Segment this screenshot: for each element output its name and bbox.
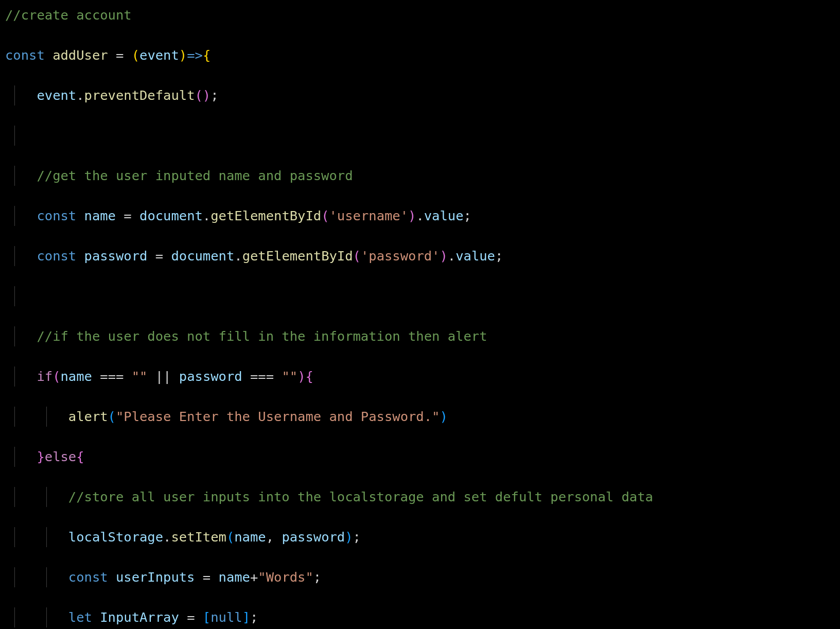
code-token: ): [345, 529, 353, 545]
code-token: .: [234, 248, 242, 264]
code-token: (: [108, 409, 116, 424]
code-token: if: [37, 369, 52, 384]
code-token: ): [440, 248, 447, 264]
code-token: name: [84, 208, 116, 223]
code-line[interactable]: const name = document.getElementById('us…: [5, 206, 840, 226]
code-token: (: [52, 369, 60, 384]
code-token: ||: [147, 369, 179, 384]
code-line[interactable]: if(name === "" || password === ""){: [5, 366, 840, 387]
code-token: ===: [92, 369, 132, 384]
code-token: const: [37, 208, 76, 223]
code-token: (: [353, 248, 361, 264]
code-token: ;: [211, 88, 218, 103]
code-token: =: [116, 208, 139, 223]
indent-guide: [46, 607, 47, 627]
code-token: const: [68, 569, 108, 585]
code-token: {: [76, 449, 84, 464]
code-token: password: [179, 369, 242, 384]
code-token: =>: [187, 47, 203, 63]
code-line[interactable]: //store all user inputs into the localst…: [5, 487, 840, 507]
code-token: =: [195, 569, 218, 585]
code-token: (: [132, 47, 139, 63]
code-token: //store all user inputs into the localst…: [68, 489, 653, 504]
indent-guide: [14, 366, 15, 387]
code-token: "": [132, 369, 148, 384]
code-token: ): [203, 88, 211, 103]
code-line[interactable]: [5, 286, 840, 306]
indent-guide: [46, 487, 47, 507]
code-token: let: [68, 609, 92, 625]
code-token: =: [116, 47, 124, 63]
code-token: .: [448, 248, 456, 264]
code-token: InputArray: [100, 609, 179, 625]
indent-guide: [14, 567, 15, 587]
code-token: =: [147, 248, 171, 264]
code-token: const: [37, 248, 76, 264]
indent-guide: [14, 447, 15, 467]
code-line[interactable]: const addUser = (event)=>{: [5, 45, 840, 65]
code-token: getElementById: [211, 208, 321, 223]
code-token: //create account: [5, 7, 132, 23]
code-token: document: [171, 248, 234, 264]
code-token: preventDefault: [84, 88, 195, 103]
code-token: else: [45, 449, 76, 464]
code-token: ]: [242, 609, 250, 625]
code-token: (: [195, 88, 202, 103]
code-token: const: [5, 47, 45, 63]
code-line[interactable]: event.preventDefault();: [5, 85, 840, 106]
code-token: ;: [313, 569, 321, 585]
code-token: //get the user inputed name and password: [37, 168, 353, 183]
code-line[interactable]: //get the user inputed name and password: [5, 166, 840, 186]
code-line[interactable]: [5, 126, 840, 146]
code-token: =: [179, 609, 203, 625]
code-line[interactable]: const password = document.getElementById…: [5, 246, 840, 266]
code-token: addUser: [52, 47, 108, 63]
code-line[interactable]: alert("Please Enter the Username and Pas…: [5, 407, 840, 427]
code-token: name: [61, 369, 92, 384]
code-token: value: [456, 248, 495, 264]
indent-guide: [14, 206, 15, 226]
code-token: [108, 569, 116, 585]
code-token: "": [282, 369, 297, 384]
indent-guide: [46, 527, 47, 547]
indent-guide: [14, 407, 15, 427]
code-editor[interactable]: //create account const addUser = (event)…: [0, 0, 840, 629]
code-token: [76, 208, 84, 223]
code-token: //if the user does not fill in the infor…: [37, 328, 487, 344]
code-token: ;: [495, 248, 503, 264]
code-line[interactable]: let InputArray = [null];: [5, 607, 840, 627]
code-token: "Words": [258, 569, 313, 585]
indent-guide: [14, 487, 15, 507]
indent-guide: [14, 126, 15, 146]
code-token: name: [219, 569, 250, 585]
code-line[interactable]: localStorage.setItem(name, password);: [5, 527, 840, 547]
code-line[interactable]: //if the user does not fill in the infor…: [5, 326, 840, 346]
code-token: ;: [464, 208, 471, 223]
code-token: ;: [250, 609, 258, 625]
code-token: ;: [353, 529, 361, 545]
code-token: [124, 47, 131, 63]
code-token: value: [424, 208, 464, 223]
code-token: userInputs: [116, 569, 195, 585]
code-token: name: [234, 529, 266, 545]
code-token: 'password': [361, 248, 440, 264]
indent-guide: [14, 286, 15, 306]
code-token: ,: [266, 529, 282, 545]
code-token: .: [76, 88, 84, 103]
code-token: .: [416, 208, 424, 223]
code-token: ===: [242, 369, 282, 384]
code-token: getElementById: [242, 248, 353, 264]
code-token: password: [84, 248, 148, 264]
code-token: [: [203, 609, 211, 625]
indent-guide: [14, 246, 15, 266]
code-token: event: [37, 88, 76, 103]
code-line[interactable]: //create account: [5, 5, 840, 25]
code-token: +: [250, 569, 258, 585]
code-token: (: [226, 529, 234, 545]
code-token: document: [139, 208, 203, 223]
indent-guide: [46, 567, 47, 587]
code-line[interactable]: }else{: [5, 447, 840, 467]
code-token: [45, 47, 52, 63]
code-token: event: [139, 47, 179, 63]
code-line[interactable]: const userInputs = name+"Words";: [5, 567, 840, 587]
